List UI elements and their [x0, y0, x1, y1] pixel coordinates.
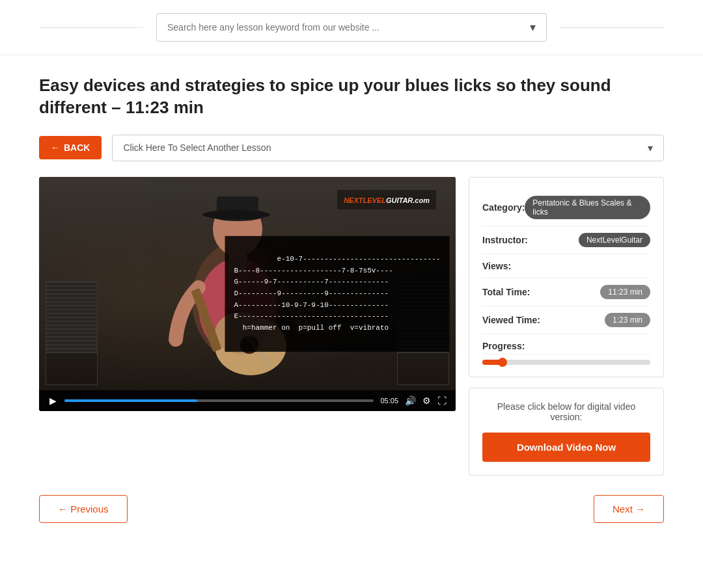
- lesson-select-chevron-icon: ▾: [648, 142, 653, 154]
- tab-notation-text: e-10-7-------------------------------- B…: [234, 255, 441, 332]
- search-input[interactable]: [167, 22, 530, 33]
- video-controls[interactable]: ▶ 05:05 🔊 ⚙ ⛶: [39, 390, 456, 411]
- page-content: Easy devices and strategies to spice up …: [0, 55, 703, 549]
- lesson-select-text: Click Here To Select Another Lesson: [123, 142, 648, 153]
- search-chevron-icon: ▾: [530, 20, 536, 34]
- category-label: Category:: [482, 202, 525, 213]
- sidebar-info: Category: Pentatonic & Blues Scales & li…: [469, 177, 664, 475]
- total-time-row: Total Time: 11:23 min: [482, 278, 650, 306]
- video-progress-fill: [64, 399, 197, 402]
- controls-row: ← BACK Click Here To Select Another Less…: [39, 135, 664, 161]
- category-badge: Pentatonic & Blues Scales & licks: [525, 196, 650, 219]
- download-button[interactable]: Download Video Now: [482, 433, 650, 462]
- header-line-right: [560, 27, 664, 28]
- back-arrow-icon: ←: [51, 142, 60, 153]
- viewed-time-label: Viewed Time:: [482, 315, 540, 325]
- instructor-badge: NextLevelGuitar: [579, 233, 650, 247]
- views-row: Views:: [482, 254, 650, 278]
- video-time-display: 05:05: [380, 397, 398, 405]
- svg-point-6: [202, 210, 270, 219]
- lesson-info-card: Category: Pentatonic & Blues Scales & li…: [469, 177, 664, 377]
- page-title: Easy devices and strategies to spice up …: [39, 75, 664, 119]
- video-container: SALVAGE: [39, 177, 456, 411]
- instructor-label: Instructor:: [482, 235, 528, 245]
- back-button[interactable]: ← BACK: [39, 136, 102, 159]
- tab-notation-overlay: e-10-7-------------------------------- B…: [225, 235, 450, 351]
- total-time-badge: 11:23 min: [600, 285, 650, 299]
- speaker-left: [46, 281, 98, 385]
- header-line-left: [39, 27, 143, 28]
- fullscreen-icon[interactable]: ⛶: [437, 395, 447, 406]
- category-row: Category: Pentatonic & Blues Scales & li…: [482, 189, 650, 226]
- next-button[interactable]: Next →: [594, 495, 664, 523]
- video-progress-bar[interactable]: [64, 399, 374, 402]
- previous-button[interactable]: ← Previous: [39, 495, 128, 523]
- viewed-time-row: Viewed Time: 1:23 min: [482, 306, 650, 334]
- navigation-row: ← Previous Next →: [39, 495, 664, 523]
- next-button-label: Next →: [613, 503, 645, 514]
- progress-label: Progress:: [482, 341, 525, 351]
- progress-thumb: [498, 358, 507, 367]
- total-time-label: Total Time:: [482, 287, 530, 297]
- instructor-row: Instructor: NextLevelGuitar: [482, 226, 650, 254]
- volume-icon[interactable]: 🔊: [405, 395, 416, 406]
- search-container[interactable]: ▾: [156, 13, 547, 42]
- logo-text: NEXTLEVELGUITAR.com: [344, 196, 430, 204]
- logo-overlay: NEXTLEVELGUITAR.com: [337, 190, 436, 209]
- speaker-grille-left: [46, 282, 97, 354]
- header: ▾: [0, 0, 703, 55]
- lesson-select[interactable]: Click Here To Select Another Lesson ▾: [112, 135, 664, 161]
- viewed-time-badge: 1:23 min: [605, 313, 650, 327]
- video-player[interactable]: SALVAGE: [39, 177, 456, 411]
- progress-row: Progress:: [482, 334, 650, 354]
- main-grid: SALVAGE: [39, 177, 664, 475]
- previous-button-label: ← Previous: [58, 503, 109, 514]
- download-prompt: Please click below for digital video ver…: [482, 401, 650, 422]
- views-label: Views:: [482, 261, 511, 271]
- play-button[interactable]: ▶: [48, 394, 58, 407]
- download-card: Please click below for digital video ver…: [469, 388, 664, 475]
- back-button-label: BACK: [64, 142, 90, 153]
- progress-track[interactable]: [482, 360, 650, 365]
- settings-icon[interactable]: ⚙: [422, 395, 431, 406]
